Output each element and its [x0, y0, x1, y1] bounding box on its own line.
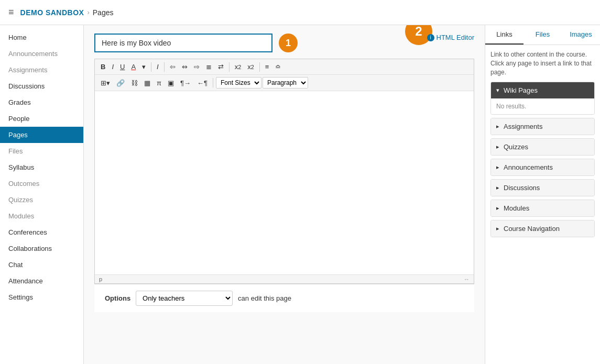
toolbar-sep-3: [229, 62, 230, 72]
rp-section-body-wiki-pages: No results.: [491, 98, 594, 114]
rp-section-label-assignments: Assignments: [504, 123, 542, 130]
rp-tab-links[interactable]: Links: [485, 25, 523, 45]
editor-resize-handle[interactable]: ↔: [464, 276, 470, 282]
rp-section-label-quizzes: Quizzes: [504, 143, 528, 151]
main-content: 1 2 i HTML Editor B I U A ▾ I ⇦ ⇔ ⇨: [84, 25, 485, 364]
align-center-button[interactable]: ⇔: [179, 61, 190, 72]
bold-button[interactable]: B: [98, 61, 108, 72]
font-color-arrow-button[interactable]: ▾: [139, 61, 148, 72]
sidebar-item-settings[interactable]: Settings: [0, 289, 83, 305]
rp-tab-images[interactable]: Images: [562, 25, 600, 45]
rp-section-header-quizzes[interactable]: ▸Quizzes: [491, 139, 594, 155]
breadcrumb-separator: ›: [87, 8, 89, 16]
align-right-button[interactable]: ⇨: [191, 61, 202, 72]
sidebar-item-files[interactable]: Files: [0, 143, 83, 159]
bullet-list-button[interactable]: ≡: [263, 61, 272, 72]
options-bar: Options Only teachersTeachers and studen…: [94, 284, 474, 312]
font-color-button[interactable]: A: [128, 61, 138, 72]
rp-section-label-discussions: Discussions: [504, 184, 540, 192]
rp-section-header-course-navigation[interactable]: ▸Course Navigation: [491, 220, 594, 237]
sidebar-item-collaborations[interactable]: Collaborations: [0, 240, 83, 257]
editor-status: p ↔: [95, 274, 474, 283]
sidebar-item-conferences[interactable]: Conferences: [0, 224, 83, 240]
rp-section-label-announcements: Announcements: [504, 163, 553, 171]
outdent-button[interactable]: ⇄: [215, 61, 226, 72]
editor-body[interactable]: [95, 91, 474, 274]
sidebar-item-announcements[interactable]: Announcements: [0, 46, 83, 62]
paragraph-select[interactable]: Paragraph Heading 1Heading 2Heading 3: [263, 77, 308, 89]
page-edit-permission-select[interactable]: Only teachersTeachers and studentsAnyone: [136, 291, 233, 306]
html-editor-link[interactable]: i HTML Editor: [427, 34, 474, 41]
sidebar-item-people[interactable]: People: [0, 111, 83, 127]
right-panel-body: Link to other content in the course. Cli…: [485, 45, 600, 364]
info-icon: i: [427, 34, 434, 41]
app-title: DEMO SANDBOX: [20, 8, 84, 17]
table-button[interactable]: ⊞▾: [98, 78, 113, 89]
pi-button[interactable]: π: [154, 78, 164, 89]
editor-element-indicator: p: [99, 276, 102, 282]
right-panel: LinksFilesImages Link to other content i…: [485, 25, 600, 364]
rp-section-assignments: ▸Assignments: [490, 118, 595, 135]
rtl-button[interactable]: ←¶: [194, 78, 210, 89]
toolbar-row-2: ⊞▾ 🔗 ⛓ ▦ π ▣ ¶→ ←¶ Font Sizes 8pt10pt12p…: [95, 75, 474, 91]
rp-section-header-assignments[interactable]: ▸Assignments: [491, 118, 594, 135]
sidebar-item-assignments[interactable]: Assignments: [0, 62, 83, 78]
rp-section-arrow-announcements: ▸: [496, 164, 499, 171]
rp-section-label-wiki-pages: Wiki Pages: [504, 86, 538, 94]
subscript-button[interactable]: x2: [245, 61, 257, 72]
rp-section-arrow-assignments: ▸: [496, 123, 499, 130]
font-sizes-select[interactable]: Font Sizes 8pt10pt12pt14pt18pt24pt: [216, 77, 261, 89]
toolbar-sep-2: [164, 62, 165, 72]
embed-button[interactable]: ▣: [165, 78, 177, 89]
sidebar-item-attendance[interactable]: Attendance: [0, 273, 83, 289]
superscript-button[interactable]: x2: [232, 61, 244, 72]
underline-button[interactable]: U: [117, 61, 127, 72]
unlink-button[interactable]: ⛓: [128, 78, 140, 89]
rp-section-course-navigation: ▸Course Navigation: [490, 220, 595, 237]
link-button[interactable]: 🔗: [114, 78, 127, 89]
rp-section-announcements: ▸Announcements: [490, 159, 595, 176]
editor-wrapper: B I U A ▾ I ⇦ ⇔ ⇨ ≣ ⇄ x2 x2 ≡ ≏: [94, 59, 474, 284]
rp-section-arrow-wiki-pages: ▾: [496, 87, 499, 94]
rp-section-discussions: ▸Discussions: [490, 179, 595, 196]
sidebar-item-grades[interactable]: Grades: [0, 94, 83, 111]
sidebar-item-syllabus[interactable]: Syllabus: [0, 159, 83, 175]
breadcrumb-page: Pages: [93, 8, 114, 17]
rp-section-header-wiki-pages[interactable]: ▾Wiki Pages: [491, 82, 594, 98]
rp-section-label-course-navigation: Course Navigation: [504, 225, 560, 233]
rp-section-header-discussions[interactable]: ▸Discussions: [491, 180, 594, 196]
page-title-input[interactable]: [94, 34, 272, 52]
rp-section-arrow-modules: ▸: [496, 205, 499, 212]
sidebar: HomeAnnouncementsAssignmentsDiscussionsG…: [0, 25, 84, 364]
numbered-list-button[interactable]: ≏: [272, 61, 283, 72]
badge-1: 1: [279, 34, 298, 52]
sidebar-item-discussions[interactable]: Discussions: [0, 78, 83, 94]
rp-section-header-modules[interactable]: ▸Modules: [491, 200, 594, 216]
italic2-button[interactable]: I: [154, 61, 161, 72]
toolbar-sep-5: [213, 78, 213, 87]
sidebar-item-outcomes[interactable]: Outcomes: [0, 175, 83, 192]
rp-section-modules: ▸Modules: [490, 200, 595, 217]
title-row: 1 2 i HTML Editor: [94, 34, 474, 52]
rp-section-header-announcements[interactable]: ▸Announcements: [491, 159, 594, 175]
image-button[interactable]: ▦: [141, 78, 153, 89]
rp-section-arrow-course-navigation: ▸: [496, 225, 499, 232]
align-justify-button[interactable]: ≣: [203, 61, 214, 72]
rp-section-wiki-pages: ▾Wiki PagesNo results.: [490, 82, 595, 115]
align-left-button[interactable]: ⇦: [167, 61, 178, 72]
italic-button[interactable]: I: [109, 61, 116, 72]
rp-section-quizzes: ▸Quizzes: [490, 138, 595, 156]
html-editor-label: HTML Editor: [437, 34, 474, 41]
sidebar-item-modules[interactable]: Modules: [0, 208, 83, 224]
sidebar-item-chat[interactable]: Chat: [0, 257, 83, 273]
rp-tab-files[interactable]: Files: [523, 25, 562, 45]
ltr-button[interactable]: ¶→: [178, 78, 193, 89]
rp-section-arrow-discussions: ▸: [496, 184, 499, 191]
sidebar-item-home[interactable]: Home: [0, 29, 83, 46]
toolbar-row-1: B I U A ▾ I ⇦ ⇔ ⇨ ≣ ⇄ x2 x2 ≡ ≏: [95, 59, 474, 75]
sidebar-item-pages[interactable]: Pages: [0, 127, 83, 143]
hamburger-menu-icon[interactable]: ≡: [8, 7, 14, 18]
sidebar-item-quizzes[interactable]: Quizzes: [0, 192, 83, 208]
right-panel-tabs: LinksFilesImages: [485, 25, 600, 45]
rp-section-arrow-quizzes: ▸: [496, 144, 499, 150]
